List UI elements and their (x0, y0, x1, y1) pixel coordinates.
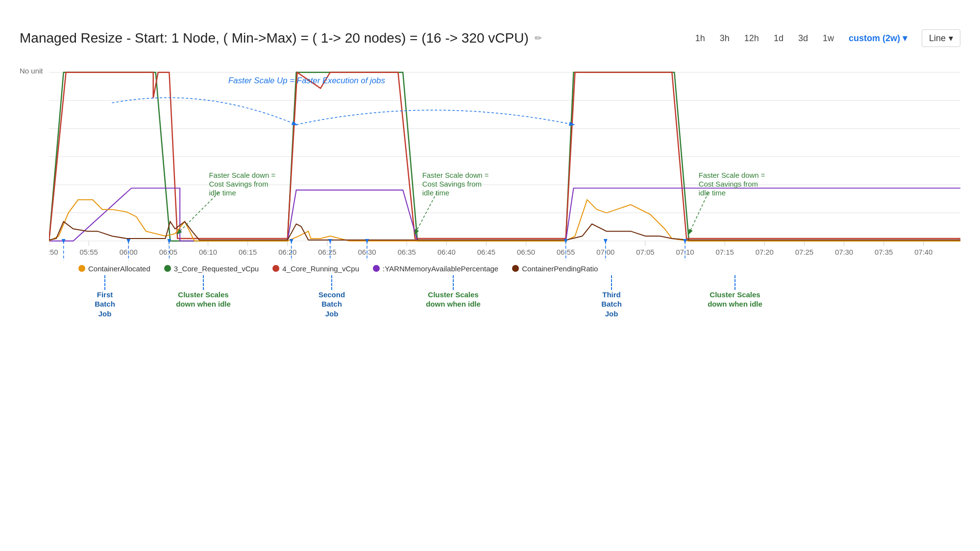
svg-text:Faster Scale Up = Faster Execu: Faster Scale Up = Faster Execution of jo… (228, 76, 385, 85)
legend-label-yarn-memory: :YARNMemoryAvailablePercentage (383, 264, 498, 273)
y-axis-label: No unit (20, 67, 43, 75)
svg-text:06:15: 06:15 (239, 248, 257, 256)
svg-text:06:50: 06:50 (517, 248, 535, 256)
svg-text:idle time: idle time (422, 189, 449, 197)
legend-item-core-running: 4_Core_Running_vCpu (272, 264, 359, 273)
time-btn-12h[interactable]: 12h (741, 31, 762, 46)
svg-text:06:45: 06:45 (477, 248, 495, 256)
svg-text:07:35: 07:35 (875, 248, 893, 256)
legend-area: ContainerAllocated 3_Core_Requested_vCpu… (78, 264, 960, 273)
annotation-third-batch: ThirdBatchJob (592, 275, 631, 319)
time-btn-3h[interactable]: 3h (717, 31, 733, 46)
chart-type-dropdown[interactable]: Line ▾ (922, 29, 960, 47)
legend-color-core-requested (164, 265, 171, 272)
second-batch-label: SecondBatchJob (312, 290, 351, 319)
svg-text:Cost Savings from: Cost Savings from (699, 180, 758, 188)
svg-text:07:20: 07:20 (756, 248, 774, 256)
svg-text:Faster Scale down =: Faster Scale down = (422, 171, 489, 179)
svg-text:06:25: 06:25 (318, 248, 336, 256)
time-buttons: 1h 3h 12h 1d 3d 1w custom (2w) ▾ (692, 31, 910, 46)
svg-text:05:55: 05:55 (80, 248, 98, 256)
legend-label-container-allocated: ContainerAllocated (88, 264, 150, 273)
time-btn-custom[interactable]: custom (2w) ▾ (846, 31, 910, 46)
svg-text:idle time: idle time (209, 189, 236, 197)
svg-text:Cost Savings from: Cost Savings from (209, 180, 268, 188)
third-batch-label: ThirdBatchJob (592, 290, 631, 319)
svg-text:Faster Scale down =: Faster Scale down = (209, 171, 275, 179)
legend-color-yarn-memory (373, 265, 380, 272)
annotation-cluster-scale-down-1: Cluster Scalesdown when idle (174, 275, 233, 309)
svg-text:idle time: idle time (699, 189, 726, 197)
annotation-cluster-scale-down-2: Cluster Scalesdown when idle (421, 275, 485, 309)
controls-area: 1h 3h 12h 1d 3d 1w custom (2w) ▾ Line ▾ (692, 29, 960, 47)
cluster-scale-down-2-label: Cluster Scalesdown when idle (421, 290, 485, 309)
legend-item-core-requested: 3_Core_Requested_vCpu (164, 264, 259, 273)
annotation-first-batch: FirstBatchJob (90, 275, 120, 319)
svg-text:07:15: 07:15 (716, 248, 734, 256)
chart-title: Managed Resize - Start: 1 Node, ( Min->M… (20, 30, 529, 46)
svg-text:06:10: 06:10 (199, 248, 217, 256)
legend-color-container-pending (512, 265, 519, 272)
legend-item-container-allocated: ContainerAllocated (78, 264, 150, 273)
time-btn-1h[interactable]: 1h (692, 31, 708, 46)
legend-item-yarn-memory: :YARNMemoryAvailablePercentage (373, 264, 498, 273)
svg-text:07:30: 07:30 (835, 248, 853, 256)
time-btn-1d[interactable]: 1d (771, 31, 786, 46)
svg-text:07:40: 07:40 (914, 248, 932, 256)
dropdown-chevron: ▾ (949, 33, 953, 44)
svg-text:06:35: 06:35 (398, 248, 416, 256)
chart-wrapper: 0 50 100 150 200 250 300 05:50 05:55 06:… (49, 57, 960, 363)
svg-text:07:05: 07:05 (636, 248, 654, 256)
header-row: Managed Resize - Start: 1 Node, ( Min->M… (20, 29, 960, 47)
cluster-scale-down-3-label: Cluster Scalesdown when idle (701, 290, 769, 309)
svg-text:06:20: 06:20 (278, 248, 296, 256)
svg-text:Cost Savings from: Cost Savings from (422, 180, 482, 188)
first-batch-label: FirstBatchJob (90, 290, 120, 319)
page-container: Managed Resize - Start: 1 Node, ( Min->M… (0, 0, 980, 551)
svg-text:07:25: 07:25 (795, 248, 813, 256)
legend-label-core-requested: 3_Core_Requested_vCpu (174, 264, 259, 273)
svg-text:Faster Scale down =: Faster Scale down = (699, 171, 765, 179)
legend-label-container-pending: ContainerPendingRatio (522, 264, 598, 273)
time-btn-3d[interactable]: 3d (795, 31, 811, 46)
title-area: Managed Resize - Start: 1 Node, ( Min->M… (20, 30, 542, 46)
legend-label-core-running: 4_Core_Running_vCpu (282, 264, 359, 273)
chart-area: No unit 0 50 100 150 200 250 300 (20, 57, 960, 363)
svg-text:06:05: 06:05 (159, 248, 177, 256)
cluster-scale-down-1-label: Cluster Scalesdown when idle (174, 290, 233, 309)
annotation-second-batch: SecondBatchJob (312, 275, 351, 319)
legend-color-container-allocated (78, 265, 85, 272)
legend-color-core-running (272, 265, 279, 272)
main-chart: 0 50 100 150 200 250 300 05:50 05:55 06:… (49, 57, 960, 261)
svg-text:06:40: 06:40 (438, 248, 456, 256)
annotations-area: FirstBatchJob Cluster Scalesdown when id… (78, 275, 960, 363)
annotation-cluster-scale-down-3: Cluster Scalesdown when idle (701, 275, 769, 309)
chart-type-label: Line (929, 33, 946, 44)
svg-text:05:50: 05:50 (49, 248, 58, 256)
edit-icon[interactable]: ✏ (535, 33, 542, 44)
legend-item-container-pending: ContainerPendingRatio (512, 264, 598, 273)
time-btn-1w[interactable]: 1w (820, 31, 837, 46)
